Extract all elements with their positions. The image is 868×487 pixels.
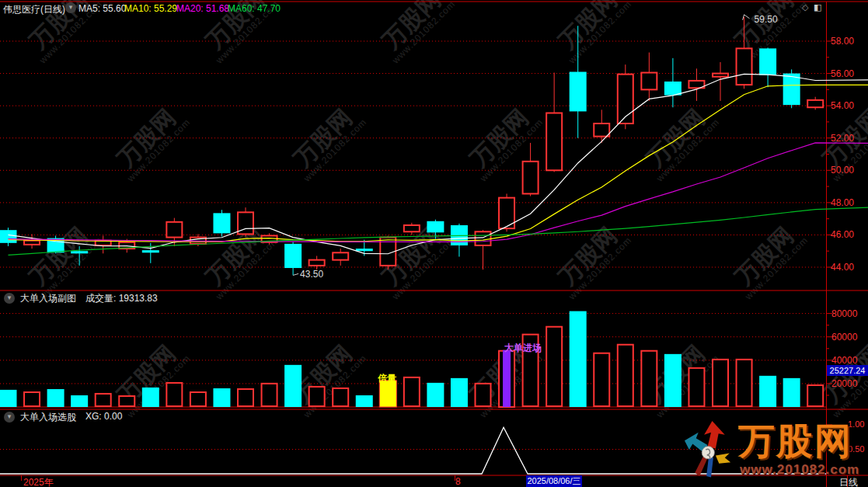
volume-value: 成交量: 19313.83 [85, 292, 158, 305]
low-price-annotation: 43.50 [300, 269, 323, 280]
collapse-chevron-icon[interactable]: ▾ [4, 293, 15, 304]
double-volume-tag: 倍量 [378, 372, 396, 385]
candle-body-up [333, 252, 348, 259]
large-order-bar [503, 350, 511, 407]
volume-bar-down [570, 311, 587, 407]
volume-bar-up [594, 353, 609, 406]
stock-title: 伟思医疗(日线) [3, 3, 65, 16]
price-axis-label: 54.00 [831, 100, 854, 111]
volume-bar-down [71, 395, 88, 407]
month-label[interactable]: 8 [455, 476, 461, 487]
annotation-leader [743, 15, 750, 20]
volume-bar-down [783, 378, 800, 407]
volume-bar-up [618, 345, 633, 406]
volume-bar-down [664, 354, 682, 407]
volume-bar-down [284, 365, 302, 407]
selected-date-label[interactable]: 2025/08/06/三 [526, 475, 582, 487]
trading-app-window: 万股网www.201082.com万股网www.201082.com万股网www… [0, 0, 868, 487]
split-view-icon[interactable]: ◧ [814, 2, 821, 12]
xg-value: XG: 0.00 [85, 411, 122, 422]
candle-body-up [476, 231, 491, 245]
price-axis-label: 44.00 [831, 262, 854, 273]
high-price-annotation: 59.50 [755, 14, 778, 25]
diamond-icon[interactable]: ◇ [802, 2, 808, 12]
logo-site-name: 万股网 [738, 417, 852, 466]
volume-bar-up [688, 368, 704, 406]
volume-bar-down [213, 388, 230, 407]
candle-body-up [737, 48, 752, 85]
volume-axis-label: 60000 [831, 332, 857, 343]
price-axis-label: 50.00 [831, 165, 854, 176]
price-axis-label: 56.00 [831, 68, 854, 79]
volume-axis-label: 20000 [831, 378, 857, 389]
site-logo: 万股网 www.201082.com [682, 412, 868, 487]
collapse-chevron-icon[interactable]: ▾ [4, 412, 15, 423]
candle-body-down [142, 250, 159, 252]
candle-body-down [664, 82, 682, 96]
candle-body-down [0, 230, 17, 243]
candle-body-down [570, 71, 587, 111]
candle-body-up [546, 113, 562, 170]
volume-pane-header: ▾ 大单入场副图 成交量: 19313.83 [0, 292, 868, 306]
volume-bar-up [190, 392, 206, 406]
xg-pane-title: 大单入场选股 [20, 411, 76, 424]
volume-bar-up [546, 327, 562, 406]
candle-body-up [618, 75, 633, 123]
price-axis-label: 52.00 [831, 133, 854, 144]
pinwheel-logo-icon [682, 412, 740, 487]
ma5-value: MA5: 55.60 [78, 3, 126, 14]
volume-bar-up [262, 384, 277, 406]
candle-body-up [404, 225, 420, 231]
year-label[interactable]: 2025年 [23, 476, 54, 487]
volume-pane-title: 大单入场副图 [20, 292, 76, 305]
volume-bar-down [427, 383, 444, 407]
candle-body-up [807, 100, 823, 107]
volume-bars [0, 311, 823, 407]
volume-bar-down [356, 395, 373, 407]
volume-bar-up [333, 388, 348, 406]
volume-bar-up [166, 383, 182, 406]
candle-body-up [24, 241, 40, 245]
candle-body-down [759, 48, 776, 75]
logo-site-url: www.201082.com [740, 462, 859, 478]
main-chart-header: 伟思医疗(日线) ▾ MA5: 55.60 MA10: 55.29 MA20: … [0, 2, 868, 14]
volume-bar-up [807, 385, 823, 406]
volume-axis-label: 80000 [831, 308, 857, 319]
candle-body-down [71, 251, 88, 253]
collapse-chevron-icon[interactable]: ▾ [65, 2, 76, 13]
ma60-value: MA60: 47.70 [228, 3, 281, 14]
volume-bar-up [713, 360, 728, 406]
volume-bar-down [759, 376, 776, 407]
candle-body-up [166, 222, 182, 238]
volume-bar-up [238, 389, 253, 406]
candle-body-up [713, 74, 728, 77]
volume-axis-marker: 25227.24 [827, 365, 868, 376]
volume-bar-down [0, 390, 17, 407]
candle-body-down [356, 249, 373, 251]
volume-bar-down [142, 388, 159, 407]
volume-bar-up [404, 377, 420, 406]
volume-bar-down [47, 389, 64, 407]
price-axis-label: 48.00 [831, 197, 854, 208]
volume-bar-up [641, 351, 657, 406]
volume-bar-up [24, 392, 40, 406]
candle-body-down [783, 74, 800, 106]
candle-body-up [523, 162, 539, 194]
volume-bar-down [451, 378, 468, 407]
volume-bar-up [476, 384, 491, 406]
ma10-value: MA10: 55.29 [124, 3, 177, 14]
volume-axis-label: 40000 [831, 355, 857, 366]
volume-bar-up [119, 396, 134, 406]
price-axis-label: 46.00 [831, 229, 854, 240]
annotation-leader [293, 273, 298, 275]
volume-bar-up [96, 394, 111, 406]
candle-body-up [641, 73, 657, 90]
candle-body-down [427, 221, 444, 233]
price-axis-label: 58.00 [831, 36, 854, 47]
volume-bar-up [309, 387, 325, 406]
ma20-value: MA20: 51.68 [176, 3, 229, 14]
candle-body-down [213, 213, 230, 233]
candle-body-down [284, 244, 302, 268]
volume-bar-up [737, 360, 752, 406]
candle-body-up [594, 123, 609, 137]
